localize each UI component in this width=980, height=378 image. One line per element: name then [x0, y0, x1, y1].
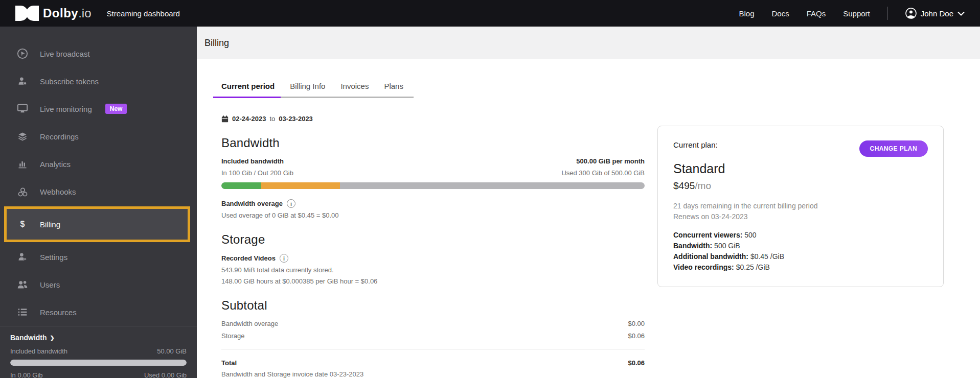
page-title: Billing — [204, 38, 229, 49]
subtotal-row-label: Storage — [221, 332, 245, 340]
usage-title-label: Bandwidth — [10, 334, 47, 342]
usage-used-label: Used 0.00 Gib — [144, 371, 187, 378]
progress-out-segment — [261, 182, 340, 189]
logo-suffix: .io — [78, 6, 91, 20]
nav-link-docs[interactable]: Docs — [772, 9, 789, 18]
recorded-videos-label: Recorded Videos — [221, 254, 276, 262]
plan-remaining: 21 days remaining in the current billing… — [673, 202, 928, 210]
total-label: Total — [221, 359, 237, 367]
usage-progress-track — [10, 360, 187, 366]
nav-link-support[interactable]: Support — [843, 9, 870, 18]
person-gear-icon — [16, 252, 29, 262]
dolby-logo[interactable]: Dolby.io — [15, 6, 92, 21]
subtotal-row: Storage $0.06 — [221, 332, 645, 340]
period-separator: to — [270, 115, 276, 123]
tab-plans[interactable]: Plans — [384, 82, 403, 97]
sidebar-item-label: Analytics — [40, 160, 71, 169]
storage-stored-line: 543.90 MiB total data currently stored. — [221, 266, 645, 274]
storage-heading: Storage — [221, 232, 645, 247]
tab-billing-info[interactable]: Billing Info — [290, 82, 325, 97]
sidebar-item-recordings[interactable]: Recordings — [0, 123, 197, 150]
sidebar-usage-summary: Bandwidth ❯ Included bandwidth 50.00 GiB… — [0, 326, 197, 378]
plan-details: Concurrent viewers: 500 Bandwidth: 500 G… — [673, 231, 928, 271]
sidebar-nav: Live broadcast Subscribe tokens Live mon… — [0, 27, 197, 326]
plan-name: Standard — [673, 161, 928, 176]
info-icon[interactable]: i — [287, 199, 295, 208]
subtotal-row-value: $0.00 — [628, 320, 645, 327]
bandwidth-quota: 500.00 GiB per month — [576, 157, 645, 165]
current-plan-label: Current plan: — [673, 140, 718, 149]
sidebar: Live broadcast Subscribe tokens Live mon… — [0, 27, 197, 378]
sidebar-item-label: Live broadcast — [40, 50, 90, 58]
sidebar-item-live-broadcast[interactable]: Live broadcast — [0, 40, 197, 67]
subtotal-row-label: Bandwidth overage — [221, 320, 278, 327]
sidebar-item-users[interactable]: Users — [0, 271, 197, 298]
plan-price: $495 — [673, 180, 695, 191]
webhooks-icon — [16, 186, 29, 197]
chevron-right-icon: ❯ — [50, 335, 55, 341]
bar-chart-icon — [16, 159, 29, 169]
subtotal-row-value: $0.06 — [628, 332, 645, 340]
billing-highlight-box: $ Billing — [4, 206, 190, 242]
total-row: Total $0.06 — [221, 359, 645, 367]
total-divider — [221, 349, 645, 349]
plan-detail-row: Additional bandwidth: $0.45 /GiB — [673, 252, 928, 261]
included-bandwidth-label: Included bandwidth — [221, 157, 284, 165]
person-token-icon — [16, 76, 29, 86]
plan-detail-label: Concurrent viewers: — [673, 231, 742, 239]
dollar-icon: $ — [16, 220, 29, 229]
sidebar-item-settings[interactable]: Settings — [0, 243, 197, 271]
sidebar-item-live-monitoring[interactable]: Live monitoring New — [0, 95, 197, 123]
sidebar-item-billing[interactable]: $ Billing — [7, 209, 188, 240]
sidebar-item-label: Billing — [40, 220, 60, 229]
sidebar-item-webhooks[interactable]: Webhooks — [0, 178, 197, 205]
page-header: Billing — [197, 27, 980, 59]
change-plan-button[interactable]: CHANGE PLAN — [859, 140, 928, 157]
monitor-icon — [16, 104, 29, 114]
billing-period: 02-24-2023 to 03-23-2023 — [221, 115, 645, 123]
nav-link-faqs[interactable]: FAQs — [807, 9, 826, 18]
plan-renews: Renews on 03-24-2023 — [673, 212, 928, 221]
top-nav: Blog Docs FAQs Support John Doe — [739, 7, 965, 20]
user-menu[interactable]: John Doe — [905, 8, 965, 19]
sidebar-item-analytics[interactable]: Analytics — [0, 150, 197, 178]
plan-detail-row: Concurrent viewers: 500 — [673, 231, 928, 239]
tab-current-period[interactable]: Current period — [221, 82, 275, 97]
tab-invoices[interactable]: Invoices — [340, 82, 369, 97]
new-badge: New — [105, 104, 127, 114]
user-name: John Doe — [921, 9, 953, 18]
plan-detail-row: Video recordings: $0.25 /GiB — [673, 263, 928, 271]
plan-detail-row: Bandwidth: 500 GiB — [673, 242, 928, 250]
dolby-double-d-icon — [15, 6, 39, 21]
usage-detail-row: In 0.00 Gib Used 0.00 Gib — [10, 371, 187, 378]
plan-price-suffix: /mo — [695, 180, 711, 191]
sidebar-item-resources[interactable]: Resources — [0, 298, 197, 326]
current-plan-card: Current plan: CHANGE PLAN Standard $495/… — [657, 126, 944, 287]
plan-detail-value: 500 — [744, 231, 756, 239]
app-name: Streaming dashboard — [107, 9, 180, 18]
progress-in-segment — [221, 182, 261, 189]
subtotal-row: Bandwidth overage $0.00 — [221, 320, 645, 327]
nav-link-blog[interactable]: Blog — [739, 9, 755, 18]
usage-bandwidth-link[interactable]: Bandwidth ❯ — [10, 334, 187, 342]
period-end: 03-23-2023 — [279, 115, 313, 123]
sidebar-item-subscribe-tokens[interactable]: Subscribe tokens — [0, 67, 197, 95]
sidebar-item-label: Live monitoring — [40, 105, 92, 113]
usage-progress-fill — [10, 360, 187, 366]
nav-divider — [887, 7, 888, 20]
bandwidth-used: Used 300 Gib of 500.00 GiB — [561, 169, 645, 177]
sidebar-item-label: Resources — [40, 308, 77, 317]
bandwidth-heading: Bandwidth — [221, 136, 645, 150]
storage-hours-line: 148.00 GiB hours at $0.000385 per GiB ho… — [221, 277, 645, 285]
plan-detail-value: $0.25 /GiB — [736, 263, 770, 271]
bandwidth-in-out: In 100 Gib / Out 200 Gib — [221, 169, 293, 177]
billing-tabs: Current period Billing Info Invoices Pla… — [221, 82, 414, 98]
current-period-panel: 02-24-2023 to 03-23-2023 Bandwidth Inclu… — [221, 115, 645, 378]
sidebar-item-label: Settings — [40, 253, 67, 262]
user-avatar-icon — [905, 8, 917, 19]
plan-detail-label: Video recordings: — [673, 263, 734, 271]
plan-detail-label: Additional bandwidth: — [673, 252, 748, 261]
info-icon[interactable]: i — [280, 254, 288, 263]
calendar-icon — [221, 115, 229, 123]
bandwidth-progress-bar — [221, 182, 645, 189]
